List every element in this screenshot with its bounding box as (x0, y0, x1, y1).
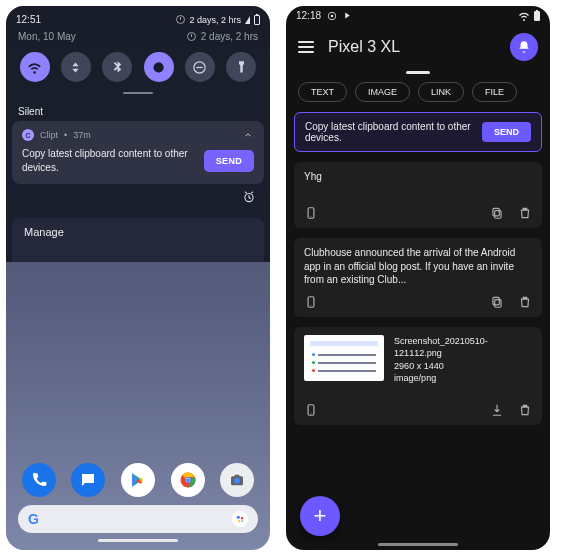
svg-rect-10 (235, 475, 240, 477)
copy-icon[interactable] (490, 295, 504, 309)
delete-icon[interactable] (518, 295, 532, 309)
svg-rect-18 (310, 217, 311, 218)
svg-rect-24 (493, 297, 499, 305)
assistant-icon[interactable] (232, 511, 248, 527)
signal-icon (245, 16, 250, 24)
clipt-app-icon: C (22, 129, 34, 141)
battery-icon (534, 11, 540, 21)
download-icon[interactable] (490, 403, 504, 417)
action-card: Copy latest clipboard content to other d… (294, 112, 542, 152)
bluetooth-icon (110, 60, 125, 75)
svg-point-16 (331, 14, 334, 17)
google-search-bar[interactable]: G (18, 505, 258, 533)
device-icon (304, 403, 318, 417)
status-bar: 12:51 2 days, 2 hrs (6, 12, 270, 27)
qs-bluetooth[interactable] (102, 52, 132, 82)
play-store-icon (129, 471, 147, 489)
flashlight-icon (234, 60, 249, 75)
device-icon (304, 295, 318, 309)
menu-button[interactable] (298, 41, 314, 53)
notification-app-name: Clipt (40, 130, 58, 140)
chevron-up-icon (243, 130, 253, 140)
quick-settings (6, 48, 270, 90)
wifi-icon (518, 11, 530, 21)
svg-rect-2 (197, 66, 203, 67)
data-icon (68, 60, 83, 75)
file-name: Screenshot_20210510-121112.png (394, 335, 532, 360)
nav-bar-handle[interactable] (378, 543, 458, 546)
clipt-status-icon (327, 11, 337, 21)
battery-small-text: 2 days, 2 hrs (201, 31, 258, 42)
dark-mode-icon (151, 60, 166, 75)
send-button[interactable]: SEND (482, 122, 531, 142)
delete-icon[interactable] (518, 403, 532, 417)
plus-icon: + (314, 503, 327, 529)
svg-rect-23 (495, 299, 501, 307)
clip-body: Clubhouse announced the arrival of the A… (304, 246, 532, 287)
play-icon (343, 11, 352, 20)
dock-play-store[interactable] (121, 463, 155, 497)
svg-point-9 (234, 478, 240, 484)
delete-icon[interactable] (518, 206, 532, 220)
chip-image[interactable]: IMAGE (355, 82, 410, 102)
notification-age: 37m (73, 130, 91, 140)
qs-dark-mode[interactable] (144, 52, 174, 82)
notification-card[interactable]: C Clipt • 37m Copy latest clipboard cont… (12, 121, 264, 184)
chip-text[interactable]: TEXT (298, 82, 347, 102)
qs-dnd[interactable] (185, 52, 215, 82)
notifications-button[interactable] (510, 33, 538, 61)
action-text: Copy latest clipboard content to other d… (305, 121, 474, 143)
dock-phone[interactable] (22, 463, 56, 497)
svg-point-11 (237, 516, 240, 519)
alarm-quick-button[interactable] (240, 188, 258, 206)
nav-bar-handle[interactable] (98, 539, 178, 542)
copy-icon[interactable] (490, 206, 504, 220)
notification-text: Copy latest clipboard content to other d… (22, 147, 196, 174)
wifi-icon (27, 60, 42, 75)
dock (6, 463, 270, 505)
clip-card-text[interactable]: Clubhouse announced the arrival of the A… (294, 238, 542, 317)
phone-icon (30, 471, 48, 489)
file-dims: 2960 x 1440 (394, 360, 532, 373)
alarm-icon (176, 15, 185, 24)
dock-camera[interactable] (220, 463, 254, 497)
messages-icon (79, 471, 97, 489)
clip-body: Yhg (304, 170, 532, 188)
clip-card-image[interactable]: Screenshot_20210510-121112.png 2960 x 14… (294, 327, 542, 425)
add-button[interactable]: + (300, 496, 340, 536)
chip-file[interactable]: FILE (472, 82, 517, 102)
clip-card-text[interactable]: Yhg (294, 162, 542, 228)
battery-text: 2 days, 2 hrs (189, 15, 241, 25)
clock: 12:18 (296, 10, 321, 21)
qs-flashlight[interactable] (226, 52, 256, 82)
clock: 12:51 (16, 14, 41, 25)
qs-wifi[interactable] (20, 52, 50, 82)
collapse-button[interactable] (240, 127, 256, 143)
dock-messages[interactable] (71, 463, 105, 497)
filter-chips: TEXT IMAGE LINK FILE (286, 82, 550, 112)
phone-right: 12:18 Pixel 3 XL TEXT IMAGE LINK FILE C (286, 6, 550, 550)
tab-indicator (406, 71, 430, 74)
svg-rect-20 (493, 208, 499, 216)
screenshot-thumbnail[interactable] (304, 335, 384, 381)
svg-rect-22 (310, 305, 311, 306)
file-mime: image/png (394, 372, 532, 385)
phone-left: 12:51 2 days, 2 hrs Mon, 10 May 2 days, … (6, 6, 270, 550)
svg-rect-19 (495, 211, 501, 219)
alarm-clock-icon (242, 190, 256, 204)
shade-handle[interactable] (123, 92, 153, 94)
qs-data[interactable] (61, 52, 91, 82)
battery-icon (254, 15, 260, 25)
date-label: Mon, 10 May (18, 31, 76, 42)
manage-button[interactable]: Manage (12, 218, 264, 262)
chip-link[interactable]: LINK (418, 82, 464, 102)
chrome-icon (179, 471, 197, 489)
notification-shade: 12:51 2 days, 2 hrs Mon, 10 May 2 days, … (6, 6, 270, 262)
silent-header: Silent (6, 100, 270, 121)
send-button[interactable]: SEND (204, 150, 254, 172)
camera-icon (228, 471, 246, 489)
dock-chrome[interactable] (171, 463, 205, 497)
alarm-small-icon (187, 32, 196, 41)
dnd-icon (192, 60, 207, 75)
svg-point-12 (241, 517, 244, 520)
